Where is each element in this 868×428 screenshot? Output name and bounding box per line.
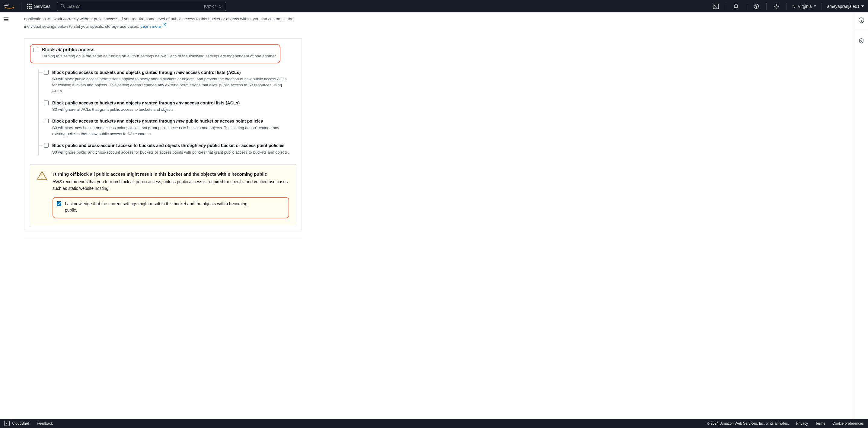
- block-all-checkbox[interactable]: [33, 48, 38, 52]
- block-public-access-panel: Block all public access Turning this set…: [24, 38, 302, 231]
- warning-text: AWS recommends that you turn on block al…: [53, 179, 289, 192]
- divider: [726, 3, 726, 10]
- divider: [786, 3, 787, 10]
- sub-title: Block public access to buckets and objec…: [52, 69, 291, 76]
- sub-title: Block public and cross-account access to…: [52, 143, 291, 149]
- cloudshell-label: CloudShell: [12, 421, 30, 426]
- sub-setting-policy-new: Block public access to buckets and objec…: [44, 118, 291, 137]
- chevron-down-icon: [814, 5, 816, 7]
- account-menu[interactable]: ameyapranjale01: [827, 4, 864, 9]
- intro-text: applications will work correctly without…: [24, 12, 302, 30]
- search-bar[interactable]: [Option+S]: [57, 2, 226, 11]
- svg-point-12: [861, 19, 861, 19]
- warning-title: Turning off block all public access migh…: [53, 171, 289, 178]
- cookie-link[interactable]: Cookie preferences: [832, 421, 864, 426]
- sub-settings-list: Block public access to buckets and objec…: [38, 69, 291, 155]
- privacy-link[interactable]: Privacy: [796, 421, 808, 426]
- top-nav: aws Services [Option+S] N. Virginia amey…: [0, 0, 868, 12]
- acknowledge-label: I acknowledge that the current settings …: [65, 201, 258, 213]
- sub-checkbox[interactable]: [44, 70, 49, 74]
- warning-box: Turning off block all public access migh…: [30, 164, 296, 225]
- svg-point-7: [776, 5, 777, 7]
- user-label: ameyapranjale01: [827, 4, 860, 9]
- highlight-block-all: Block all public access Turning this set…: [30, 44, 280, 63]
- grid-icon: [27, 4, 32, 9]
- sub-checkbox[interactable]: [44, 119, 49, 123]
- services-label: Services: [34, 4, 51, 9]
- divider: [21, 3, 22, 10]
- bell-icon[interactable]: [732, 4, 741, 9]
- sub-desc: S3 will ignore all ACLs that grant publi…: [52, 106, 291, 113]
- acknowledge-checkbox[interactable]: [57, 201, 61, 206]
- divider: [746, 3, 746, 10]
- hamburger-icon[interactable]: [4, 17, 8, 22]
- svg-line-8: [164, 23, 166, 25]
- svg-point-10: [41, 178, 42, 178]
- svg-line-2: [63, 7, 65, 8]
- learn-more-link[interactable]: Learn more: [140, 24, 166, 29]
- cloudshell-icon[interactable]: [711, 4, 720, 9]
- terms-link[interactable]: Terms: [815, 421, 825, 426]
- external-link-icon: [162, 22, 166, 29]
- search-shortcut: [Option+S]: [204, 4, 223, 8]
- left-rail: [0, 12, 12, 419]
- svg-text:aws: aws: [4, 3, 9, 6]
- sub-checkbox[interactable]: [44, 100, 49, 105]
- highlight-acknowledge: I acknowledge that the current settings …: [53, 197, 289, 218]
- sub-setting-policy-any: Block public and cross-account access to…: [44, 143, 291, 155]
- content-scroll[interactable]: applications will work correctly without…: [12, 12, 854, 419]
- info-icon[interactable]: [858, 17, 864, 24]
- sub-desc: S3 will block public access permissions …: [52, 76, 291, 94]
- feedback-link[interactable]: Feedback: [37, 421, 53, 426]
- search-input[interactable]: [67, 4, 204, 9]
- block-all-title: Block all public access: [42, 47, 277, 53]
- sub-setting-acl-any: Block public access to buckets and objec…: [44, 100, 291, 113]
- block-all-desc: Turning this setting on is the same as t…: [42, 53, 277, 59]
- svg-point-6: [756, 7, 756, 8]
- sub-checkbox[interactable]: [44, 143, 49, 148]
- sub-desc: S3 will block new bucket and access poin…: [52, 125, 291, 137]
- right-rail: [854, 12, 868, 419]
- search-icon: [60, 4, 65, 9]
- chevron-down-icon: [861, 5, 864, 7]
- services-button[interactable]: Services: [27, 4, 51, 9]
- footer: >_ CloudShell Feedback © 2024, Amazon We…: [0, 419, 868, 428]
- gear-icon[interactable]: [772, 4, 781, 9]
- gear-side-icon[interactable]: [858, 38, 864, 45]
- sub-title: Block public access to buckets and objec…: [52, 100, 291, 106]
- svg-point-1: [61, 4, 64, 7]
- sub-setting-acl-new: Block public access to buckets and objec…: [44, 69, 291, 94]
- help-icon[interactable]: [752, 4, 761, 9]
- svg-point-14: [861, 40, 862, 42]
- cloudshell-button[interactable]: >_ CloudShell: [4, 421, 30, 426]
- svg-rect-3: [713, 4, 719, 9]
- aws-logo[interactable]: aws: [4, 3, 14, 9]
- region-selector[interactable]: N. Virginia: [792, 4, 816, 9]
- region-label: N. Virginia: [792, 4, 812, 9]
- copyright-text: © 2024, Amazon Web Services, Inc. or its…: [707, 421, 789, 426]
- cloudshell-icon: >_: [4, 421, 10, 426]
- sub-desc: S3 will ignore public and cross-account …: [52, 149, 291, 155]
- warning-icon: [37, 171, 47, 218]
- sub-title: Block public access to buckets and objec…: [52, 118, 291, 124]
- divider: [822, 3, 822, 10]
- divider: [766, 3, 767, 10]
